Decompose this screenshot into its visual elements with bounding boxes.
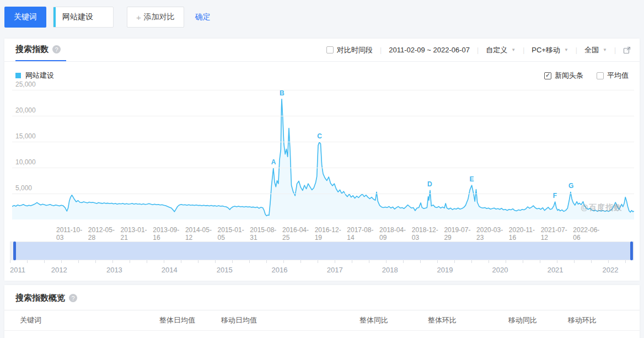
gridline: [12, 194, 634, 194]
peak-marker-D: D: [427, 180, 432, 188]
overlay-toggles: 新闻头条 平均值: [544, 71, 629, 81]
watermark: @百度指数: [581, 203, 622, 213]
col-mobile-yoy: 移动同比: [457, 315, 537, 325]
divider: |: [380, 46, 382, 54]
keyword-button[interactable]: 关键词: [4, 7, 46, 28]
divider: |: [614, 46, 616, 54]
legend-row: 网站建设 新闻头条 平均值: [4, 62, 640, 81]
slider-track[interactable]: [10, 242, 634, 260]
x-axis-tick-label: 2016-12-19: [315, 226, 347, 237]
add-compare-label: 添加对比: [144, 12, 175, 22]
gridline: [12, 142, 634, 142]
compare-period-checkbox[interactable]: 对比时间段: [326, 45, 373, 55]
peak-marker-B: B: [280, 89, 285, 97]
x-axis-tick-label: 2022-06-06: [573, 226, 605, 237]
keyword-color-tag: [53, 7, 56, 27]
divider: |: [477, 46, 479, 54]
date-range-picker[interactable]: 2011-02-09 ~ 2022-06-07: [389, 46, 470, 54]
gridline: [12, 116, 634, 116]
news-headlines-label: 新闻头条: [555, 71, 583, 81]
y-axis-tick-label: 15,000: [15, 132, 36, 140]
x-axis-tick-label: 2020-03-23: [476, 226, 509, 237]
col-keyword: 关键词: [20, 315, 158, 325]
custom-range-select[interactable]: 自定义 ▼: [486, 45, 516, 55]
peak-marker-C: C: [317, 132, 322, 140]
col-overall-mom: 整体环比: [388, 315, 457, 325]
slider-years: 2011201220132014201520162017201820192020…: [10, 264, 634, 276]
x-axis-tick-label: 2011-10-03: [56, 226, 88, 237]
tab-label: 搜索指数: [15, 44, 49, 55]
x-axis-tick-label: 2021-07-12: [541, 226, 573, 237]
device-label: PC+移动: [532, 45, 560, 55]
checkbox-checked-icon: [544, 72, 551, 79]
slider-year-label: 2016: [272, 266, 288, 274]
slider-year-label: 2019: [437, 266, 453, 274]
series-area: [12, 83, 634, 224]
slider-selected-range[interactable]: [15, 242, 631, 260]
news-headlines-checkbox[interactable]: 新闻头条: [544, 71, 583, 81]
col-mobile-avg: 移动日均值: [195, 315, 257, 325]
checkbox-icon: [597, 72, 604, 79]
region-select[interactable]: 全国 ▼: [584, 45, 607, 55]
legend-label: 网站建设: [25, 71, 54, 81]
keyword-input[interactable]: 网站建设: [53, 7, 114, 28]
trend-chart[interactable]: @百度指数 5,00010,00015,00020,00025,000ABCDE…: [12, 83, 634, 224]
x-axis-tick-label: 2014-05-12: [185, 226, 218, 237]
table-header: 关键词 整体日均值 移动日均值 整体同比 整体环比 移动同比 移动环比: [4, 310, 640, 331]
x-axis-tick-label: 2017-08-14: [347, 226, 379, 237]
y-axis-tick-label: 10,000: [15, 158, 36, 166]
slider-right-handle[interactable]: [630, 242, 633, 260]
divider: |: [523, 46, 524, 54]
y-axis-tick-label: 5,000: [15, 184, 32, 192]
help-icon[interactable]: ?: [69, 294, 77, 302]
x-axis-tick-label: 2018-04-09: [379, 226, 412, 237]
peak-marker-A: A: [271, 158, 276, 166]
legend-color-square: [15, 73, 21, 78]
average-label: 平均值: [607, 71, 629, 81]
x-axis-tick-label: 2019-07-29: [444, 226, 476, 237]
slider-year-label: 2021: [548, 266, 564, 274]
confirm-link[interactable]: 确定: [195, 12, 211, 22]
chevron-down-icon: ▼: [511, 47, 516, 52]
gridline: [12, 90, 634, 90]
gridline: [12, 168, 634, 168]
slider-year-label: 2013: [106, 266, 122, 274]
search-index-panel: 搜索指数 ? 对比时间段 | 2011-02-09 ~ 2022-06-07 |…: [4, 39, 640, 281]
table-row: 网站建设 3,014 1,352 - - - -: [4, 331, 640, 338]
device-select[interactable]: PC+移动 ▼: [532, 45, 568, 55]
add-compare-button[interactable]: + 添加对比: [127, 7, 184, 28]
y-axis-tick-label: 25,000: [15, 81, 36, 88]
checkbox-icon: [326, 46, 334, 53]
col-overall-yoy: 整体同比: [257, 315, 388, 325]
x-axis-tick-label: 2013-01-21: [121, 226, 153, 237]
y-axis-tick-label: 20,000: [15, 106, 36, 114]
region-label: 全国: [584, 45, 599, 55]
x-axis-tick-label: 2015-08-31: [250, 226, 282, 237]
x-axis: 2011-10-032012-05-282013-01-212013-09-16…: [56, 226, 605, 237]
slider-year-label: 2020: [492, 266, 508, 274]
peak-marker-E: E: [470, 175, 474, 183]
slider-year-label: 2015: [217, 266, 233, 274]
toolbar: 关键词 网站建设 + 添加对比 确定: [0, 0, 644, 34]
panel-header: 搜索指数 ? 对比时间段 | 2011-02-09 ~ 2022-06-07 |…: [4, 39, 640, 62]
slider-year-label: 2017: [327, 266, 343, 274]
slider-ticks: [10, 260, 634, 263]
x-axis-tick-label: 2020-11-16: [509, 226, 541, 237]
x-axis-tick-label: 2018-12-03: [412, 226, 444, 237]
x-axis-tick-label: 2015-01-05: [218, 226, 250, 237]
slider-year-label: 2014: [162, 266, 178, 274]
average-checkbox[interactable]: 平均值: [597, 71, 629, 81]
chart-controls: 对比时间段 | 2011-02-09 ~ 2022-06-07 | 自定义 ▼ …: [326, 45, 631, 55]
slider-year-label: 2018: [382, 266, 398, 274]
slider-left-handle[interactable]: [13, 242, 16, 260]
time-range-slider: 2011201220132014201520162017201820192020…: [10, 242, 634, 276]
divider: |: [576, 46, 577, 54]
help-icon[interactable]: ?: [52, 45, 61, 53]
x-axis-tick-label: 2016-04-25: [282, 226, 315, 237]
legend-item[interactable]: 网站建设: [15, 71, 54, 81]
open-in-new-icon[interactable]: [623, 46, 631, 54]
plus-icon: +: [136, 13, 141, 22]
peak-marker-F: F: [553, 192, 557, 200]
tab-search-index[interactable]: 搜索指数 ?: [15, 39, 66, 61]
keyword-input-value: 网站建设: [62, 12, 93, 22]
